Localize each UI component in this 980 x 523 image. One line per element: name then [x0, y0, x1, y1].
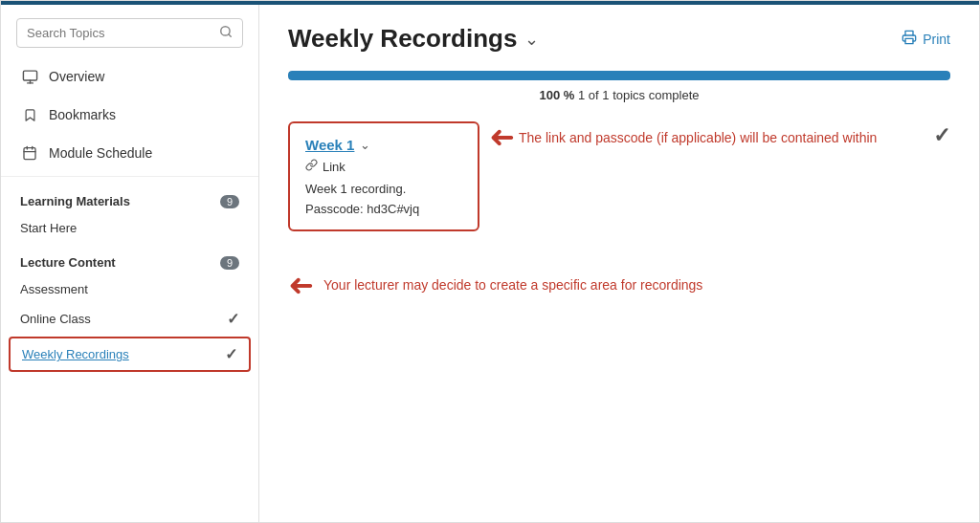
bookmark-icon	[20, 105, 39, 124]
progress-section: 100 % 1 of 1 topics complete	[288, 71, 950, 102]
sidebar-item-label: Module Schedule	[49, 145, 152, 161]
link-label: Link	[323, 160, 345, 174]
svg-line-1	[229, 34, 232, 37]
page-title: Weekly Recordings ⌄	[288, 24, 539, 54]
search-container	[1, 5, 258, 57]
passcode-text: Passcode: hd3C#vjq	[305, 202, 462, 216]
sidebar-item-overview[interactable]: Overview	[1, 57, 258, 96]
progress-text: 100 % 1 of 1 topics complete	[288, 88, 950, 102]
divider	[1, 176, 258, 177]
main-content: Weekly Recordings ⌄ Print	[259, 5, 979, 523]
sidebar-item-start-here[interactable]: Start Here	[1, 214, 258, 242]
left-arrow-icon: ➜	[489, 121, 515, 152]
bottom-arrow-icon: ➜	[288, 270, 314, 300]
completion-check-mark: ✓	[933, 123, 950, 147]
page-title-text: Weekly Recordings	[288, 24, 517, 54]
sidebar-item-bookmarks[interactable]: Bookmarks	[1, 96, 258, 134]
section-learning-materials[interactable]: Learning Materials 9	[1, 185, 258, 214]
link-icon	[305, 159, 318, 174]
section-label: Learning Materials	[20, 194, 130, 208]
progress-bar-container	[288, 71, 950, 80]
weekly-recordings-link[interactable]: Weekly Recordings	[22, 347, 129, 361]
section-label: Lecture Content	[20, 255, 116, 270]
progress-percent: 100 %	[540, 88, 575, 102]
svg-rect-2	[23, 71, 36, 80]
progress-detail: 1 of 1 topics complete	[578, 88, 699, 102]
svg-rect-5	[24, 148, 35, 160]
progress-bar-fill	[288, 71, 950, 80]
sidebar: Overview Bookmarks Module Schedule	[1, 5, 259, 523]
search-input[interactable]	[27, 26, 213, 40]
completion-check: ✓	[924, 121, 950, 148]
print-button[interactable]: Print	[902, 30, 950, 49]
sidebar-item-label: Overview	[49, 69, 104, 84]
calendar-icon	[20, 143, 39, 163]
weekly-recordings-check: ✓	[225, 345, 237, 363]
search-box[interactable]	[16, 18, 243, 48]
link-row: Link	[305, 159, 462, 174]
printer-icon	[902, 30, 917, 49]
learning-materials-badge: 9	[220, 195, 239, 208]
annotation-text-1: The link and passcode (if applicable) wi…	[519, 129, 877, 148]
sidebar-item-label: Bookmarks	[49, 107, 116, 122]
monitor-icon	[20, 67, 39, 86]
arrow-annotation-1: ➜ The link and passcode (if applicable) …	[489, 121, 924, 152]
sidebar-item-online-class[interactable]: Online Class ✓	[1, 303, 258, 335]
annotation-text-2: Your lecturer may decide to create a spe…	[323, 277, 702, 293]
bottom-annotation: ➜ Your lecturer may decide to create a s…	[288, 270, 950, 300]
week-chevron-icon[interactable]: ⌄	[360, 138, 370, 152]
lecture-content-badge: 9	[220, 256, 239, 270]
page-header: Weekly Recordings ⌄ Print	[288, 24, 950, 54]
sidebar-item-assessment[interactable]: Assessment	[1, 275, 258, 303]
content-row: Week 1 ⌄ Link Week 1 recording. Passcode…	[288, 121, 950, 231]
sidebar-item-weekly-recordings[interactable]: Weekly Recordings ✓	[9, 337, 251, 372]
print-label: Print	[923, 32, 950, 47]
section-lecture-content[interactable]: Lecture Content 9	[1, 246, 258, 275]
online-class-check: ✓	[227, 310, 239, 328]
search-icon	[219, 25, 233, 41]
week-card: Week 1 ⌄ Link Week 1 recording. Passcode…	[288, 121, 479, 231]
recording-text: Week 1 recording.	[305, 182, 462, 196]
sidebar-item-module-schedule[interactable]: Module Schedule	[1, 134, 258, 172]
annotation-area: ➜ The link and passcode (if applicable) …	[479, 121, 924, 152]
week-card-header: Week 1 ⌄	[305, 137, 462, 153]
svg-rect-9	[905, 38, 913, 43]
week-title[interactable]: Week 1	[305, 137, 354, 153]
chevron-down-icon[interactable]: ⌄	[524, 29, 539, 50]
